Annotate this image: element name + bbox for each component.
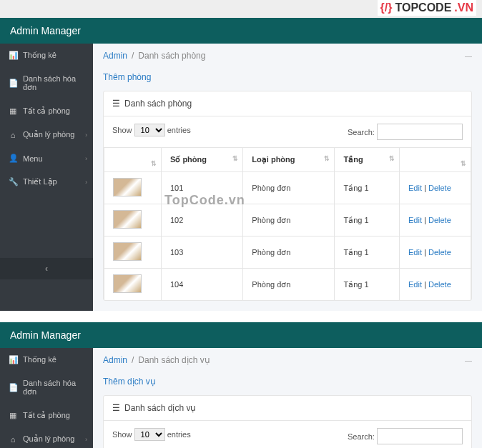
edit-link[interactable]: Edit <box>408 248 422 257</box>
breadcrumb: Admin / Danh sách phòng — <box>93 44 482 68</box>
home-icon: ⌂ <box>9 435 17 444</box>
sidebar-item-thongke[interactable]: 📊Thống kê <box>0 44 93 67</box>
cell-sophong: 103 <box>162 237 243 269</box>
cell-sophong: 104 <box>162 269 243 301</box>
sidebar-item-hoadon[interactable]: 📄Danh sách hóa đơn <box>0 372 93 404</box>
breadcrumb-root[interactable]: Admin <box>103 355 127 365</box>
cell-loaiphong: Phòng đơn <box>243 269 335 301</box>
cell-sophong: 102 <box>162 204 243 237</box>
room-thumb <box>113 178 142 196</box>
user-icon: 👤 <box>9 154 17 163</box>
sort-icon: ⇅ <box>151 160 157 167</box>
col-tang[interactable]: Tầng⇅ <box>335 148 400 172</box>
search-input[interactable] <box>377 124 463 140</box>
breadcrumb-root[interactable]: Admin <box>103 51 127 61</box>
sidebar-item-thongke[interactable]: 📊Thống kê <box>0 348 93 372</box>
cell-tang: Tầng 1 <box>335 269 400 301</box>
room-thumb <box>113 242 142 261</box>
cell-loaiphong: Phòng đơn <box>243 204 335 237</box>
list-icon: ☰ <box>112 99 120 109</box>
list-icon: 📄 <box>9 383 17 392</box>
chevron-right-icon: › <box>85 131 87 139</box>
home-icon: ⌂ <box>9 131 17 139</box>
grid-icon: ▦ <box>9 106 17 116</box>
room-thumb <box>113 274 142 293</box>
sidebar-collapse-button[interactable]: ‹ <box>0 258 93 279</box>
chevron-right-icon: › <box>85 436 87 443</box>
cell-loaiphong: Phòng đơn <box>243 237 335 269</box>
search-input[interactable] <box>377 428 463 444</box>
edit-link[interactable]: Edit <box>408 216 422 224</box>
sidebar-item-quanlyphong[interactable]: ⌂Quản lý phòng› <box>0 123 93 146</box>
chart-icon: 📊 <box>9 355 17 364</box>
edit-link[interactable]: Edit <box>408 184 422 192</box>
cell-tang: Tầng 1 <box>335 237 400 269</box>
topcode-logo: {/}TOPCODE.VN <box>378 0 476 16</box>
table-row: 102 Phòng đơn Tầng 1 Edit | Delete <box>104 204 471 237</box>
entries-select[interactable]: 10 <box>134 124 165 136</box>
breadcrumb-current: Danh sách phòng <box>138 51 205 61</box>
grid-icon: ▦ <box>9 411 17 420</box>
col-actions[interactable]: ⇅ <box>400 148 471 172</box>
sidebar-item-tatcaphong[interactable]: ▦Tất cả phòng <box>0 99 93 123</box>
delete-link[interactable]: Delete <box>428 280 451 289</box>
cell-sophong: 101 <box>162 172 243 204</box>
chart-icon: 📊 <box>9 51 17 60</box>
delete-link[interactable]: Delete <box>428 184 451 192</box>
entries-control: Show 10 entries <box>112 428 191 444</box>
col-loaiphong[interactable]: Loại phòng⇅ <box>243 148 335 172</box>
table-row: 103 Phòng đơn Tầng 1 Edit | Delete <box>104 237 471 269</box>
list-icon: 📄 <box>9 79 17 88</box>
sort-icon: ⇅ <box>461 160 466 167</box>
sort-icon: ⇅ <box>324 155 330 162</box>
add-service-link[interactable]: Thêm dịch vụ <box>93 372 482 395</box>
cell-tang: Tầng 1 <box>335 172 400 204</box>
card-title: ☰Danh sách phòng <box>104 91 471 116</box>
cell-loaiphong: Phòng đơn <box>243 172 335 204</box>
sidebar-item-quanlyphong[interactable]: ⌂Quản lý phòng› <box>0 427 93 448</box>
chevron-left-icon: ‹ <box>45 264 48 274</box>
table-row: 104 Phòng đơn Tầng 1 Edit | Delete <box>104 269 471 301</box>
cell-tang: Tầng 1 <box>335 204 400 237</box>
sidebar-item-hoadon[interactable]: 📄Danh sách hóa đơn <box>0 67 93 99</box>
wrench-icon: 🔧 <box>9 177 17 186</box>
col-sophong[interactable]: Số phòng⇅ <box>162 148 243 172</box>
collapse-icon[interactable]: — <box>465 52 472 60</box>
sort-icon: ⇅ <box>389 155 395 162</box>
admin-title: Admin Manager <box>0 322 482 348</box>
card-title: ☰Danh sách dịch vụ <box>104 396 471 421</box>
sidebar-item-thietlap[interactable]: 🔧Thiết Lập› <box>0 170 93 194</box>
entries-select[interactable]: 10 <box>134 428 165 441</box>
breadcrumb-current: Danh sách dịch vụ <box>138 355 210 365</box>
search-control: Search: <box>348 124 463 140</box>
admin-title: Admin Manager <box>0 18 482 44</box>
sidebar-item-menu[interactable]: 👤Menu› <box>0 146 93 170</box>
delete-link[interactable]: Delete <box>428 248 451 257</box>
edit-link[interactable]: Edit <box>408 280 422 289</box>
add-room-link[interactable]: Thêm phòng <box>93 68 482 91</box>
collapse-icon[interactable]: — <box>465 357 472 364</box>
list-icon: ☰ <box>112 403 120 413</box>
col-thumb[interactable]: ⇅ <box>104 148 162 172</box>
rooms-table: ⇅ Số phòng⇅ Loại phòng⇅ Tầng⇅ ⇅ 101 Phòn… <box>104 147 471 300</box>
chevron-right-icon: › <box>85 155 87 162</box>
table-row: 101 Phòng đơn Tầng 1 Edit | Delete <box>104 172 471 204</box>
sidebar: 📊Thống kê 📄Danh sách hóa đơn ▦Tất cả phò… <box>0 348 93 448</box>
sort-icon: ⇅ <box>232 155 238 162</box>
breadcrumb: Admin / Danh sách dịch vụ — <box>93 348 482 372</box>
entries-control: Show 10 entries <box>112 124 191 140</box>
sidebar-item-tatcaphong[interactable]: ▦Tất cả phòng <box>0 404 93 427</box>
search-control: Search: <box>348 428 463 444</box>
sidebar: 📊Thống kê 📄Danh sách hóa đơn ▦Tất cả phò… <box>0 44 93 311</box>
chevron-right-icon: › <box>85 179 87 186</box>
delete-link[interactable]: Delete <box>428 216 451 224</box>
room-thumb <box>113 210 142 229</box>
